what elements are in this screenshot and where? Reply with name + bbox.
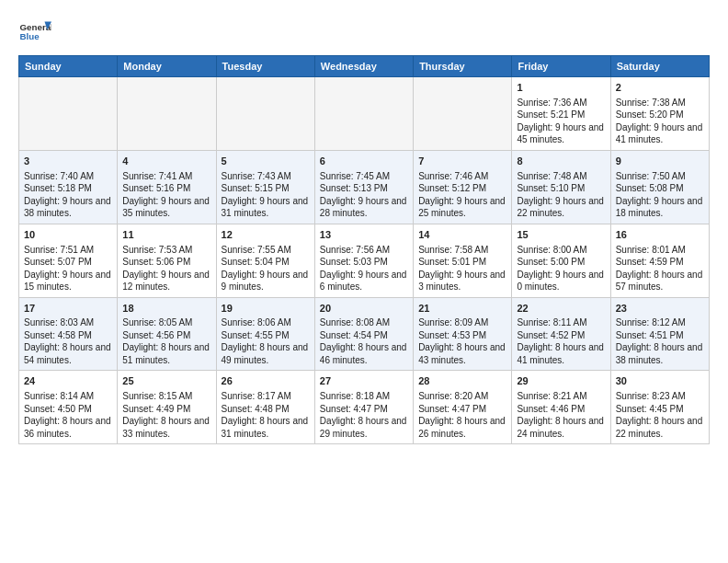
day-number: 8 xyxy=(517,155,605,168)
calendar-cell: 26Sunrise: 8:17 AMSunset: 4:48 PMDayligh… xyxy=(216,371,314,444)
day-info-line: Sunset: 4:53 PM xyxy=(418,329,506,342)
day-info-line: Sunset: 5:16 PM xyxy=(122,182,210,195)
calendar-cell: 23Sunrise: 8:12 AMSunset: 4:51 PMDayligh… xyxy=(610,297,709,371)
calendar-cell: 5Sunrise: 7:43 AMSunset: 5:15 PMDaylight… xyxy=(216,150,314,224)
day-info-line: Daylight: 8 hours and 51 minutes. xyxy=(122,341,210,366)
weekday-header-wednesday: Wednesday xyxy=(314,56,413,77)
day-info-line: Sunset: 4:50 PM xyxy=(24,403,112,416)
day-info-line: Sunrise: 7:40 AM xyxy=(24,170,112,183)
day-info-line: Sunset: 5:13 PM xyxy=(320,182,408,195)
day-info-line: Daylight: 9 hours and 18 minutes. xyxy=(616,195,704,220)
day-info-line: Sunrise: 8:03 AM xyxy=(24,316,112,329)
day-number: 5 xyxy=(222,155,310,168)
day-number: 11 xyxy=(122,228,210,242)
day-info-line: Sunset: 5:07 PM xyxy=(24,256,112,269)
calendar-cell: 1Sunrise: 7:36 AMSunset: 5:21 PMDaylight… xyxy=(512,77,610,151)
calendar-cell: 25Sunrise: 8:15 AMSunset: 4:49 PMDayligh… xyxy=(118,371,216,444)
day-info-line: Daylight: 9 hours and 31 minutes. xyxy=(222,195,310,220)
day-info-line: Sunrise: 7:58 AM xyxy=(418,244,506,257)
day-info-line: Daylight: 9 hours and 6 minutes. xyxy=(320,269,408,293)
day-number: 17 xyxy=(24,302,112,316)
day-info-line: Sunset: 4:46 PM xyxy=(517,403,605,416)
calendar-cell: 16Sunrise: 8:01 AMSunset: 4:59 PMDayligh… xyxy=(610,224,709,297)
day-info-line: Sunset: 4:47 PM xyxy=(418,403,506,416)
day-info-line: Sunrise: 8:08 AM xyxy=(320,316,408,329)
day-info-line: Sunrise: 7:41 AM xyxy=(122,170,210,183)
day-info-line: Sunset: 4:48 PM xyxy=(222,403,310,416)
calendar-cell xyxy=(314,77,413,151)
day-info-line: Daylight: 8 hours and 46 minutes. xyxy=(320,341,408,366)
calendar-cell: 20Sunrise: 8:08 AMSunset: 4:54 PMDayligh… xyxy=(314,297,413,371)
day-number: 9 xyxy=(616,155,704,168)
calendar-cell: 17Sunrise: 8:03 AMSunset: 4:58 PMDayligh… xyxy=(19,297,118,371)
day-info-line: Sunset: 4:55 PM xyxy=(222,329,310,342)
day-info-line: Sunrise: 7:50 AM xyxy=(616,170,704,183)
day-info-line: Sunrise: 8:00 AM xyxy=(517,244,605,257)
day-info-line: Daylight: 8 hours and 41 minutes. xyxy=(517,341,605,366)
calendar-cell: 15Sunrise: 8:00 AMSunset: 5:00 PMDayligh… xyxy=(512,224,610,297)
calendar-cell: 27Sunrise: 8:18 AMSunset: 4:47 PMDayligh… xyxy=(314,371,413,444)
logo: General Blue xyxy=(18,15,51,48)
day-info-line: Daylight: 8 hours and 54 minutes. xyxy=(24,341,112,366)
day-info-line: Sunrise: 8:14 AM xyxy=(24,390,112,403)
page: General Blue SundayMondayTuesdayWednesda… xyxy=(0,0,728,459)
weekday-header-tuesday: Tuesday xyxy=(216,56,314,77)
day-info-line: Sunrise: 7:36 AM xyxy=(517,97,605,109)
day-info-line: Sunrise: 7:38 AM xyxy=(616,97,704,109)
calendar-cell: 4Sunrise: 7:41 AMSunset: 5:16 PMDaylight… xyxy=(118,150,216,224)
day-info-line: Sunset: 5:21 PM xyxy=(517,109,605,121)
weekday-header-friday: Friday xyxy=(512,56,610,77)
calendar-cell xyxy=(414,77,512,151)
day-number: 15 xyxy=(517,228,605,242)
day-info-line: Daylight: 8 hours and 24 minutes. xyxy=(517,415,605,440)
day-info-line: Daylight: 9 hours and 35 minutes. xyxy=(122,195,210,220)
day-number: 21 xyxy=(418,302,506,316)
day-info-line: Sunrise: 8:11 AM xyxy=(517,316,605,329)
day-info-line: Daylight: 9 hours and 38 minutes. xyxy=(24,195,112,220)
day-info-line: Daylight: 9 hours and 3 minutes. xyxy=(418,269,506,293)
calendar-cell xyxy=(216,77,314,151)
calendar-cell: 6Sunrise: 7:45 AMSunset: 5:13 PMDaylight… xyxy=(314,150,413,224)
header: General Blue xyxy=(18,15,710,48)
calendar-table: SundayMondayTuesdayWednesdayThursdayFrid… xyxy=(18,55,710,444)
day-info-line: Sunset: 4:51 PM xyxy=(616,329,704,342)
day-info-line: Sunrise: 8:20 AM xyxy=(418,390,506,403)
day-info-line: Sunrise: 8:18 AM xyxy=(320,390,408,403)
day-info-line: Sunrise: 8:01 AM xyxy=(616,244,704,257)
day-info-line: Daylight: 9 hours and 9 minutes. xyxy=(222,269,310,293)
day-info-line: Sunset: 5:01 PM xyxy=(418,256,506,269)
day-number: 12 xyxy=(222,228,310,242)
calendar-cell: 14Sunrise: 7:58 AMSunset: 5:01 PMDayligh… xyxy=(414,224,512,297)
day-info-line: Sunset: 5:18 PM xyxy=(24,182,112,195)
calendar-cell: 29Sunrise: 8:21 AMSunset: 4:46 PMDayligh… xyxy=(512,371,610,444)
day-info-line: Sunset: 5:03 PM xyxy=(320,256,408,269)
day-info-line: Sunrise: 7:45 AM xyxy=(320,170,408,183)
calendar-row-2: 10Sunrise: 7:51 AMSunset: 5:07 PMDayligh… xyxy=(19,224,710,297)
day-info-line: Daylight: 8 hours and 38 minutes. xyxy=(616,341,704,366)
day-info-line: Daylight: 9 hours and 22 minutes. xyxy=(517,195,605,220)
calendar-cell: 18Sunrise: 8:05 AMSunset: 4:56 PMDayligh… xyxy=(118,297,216,371)
calendar-cell: 30Sunrise: 8:23 AMSunset: 4:45 PMDayligh… xyxy=(610,371,709,444)
day-info-line: Daylight: 8 hours and 22 minutes. xyxy=(616,415,704,440)
calendar-cell: 12Sunrise: 7:55 AMSunset: 5:04 PMDayligh… xyxy=(216,224,314,297)
calendar-row-1: 3Sunrise: 7:40 AMSunset: 5:18 PMDaylight… xyxy=(19,150,710,224)
day-info-line: Daylight: 9 hours and 15 minutes. xyxy=(24,269,112,293)
day-info-line: Daylight: 8 hours and 29 minutes. xyxy=(320,415,408,440)
calendar-cell: 28Sunrise: 8:20 AMSunset: 4:47 PMDayligh… xyxy=(414,371,512,444)
day-info-line: Sunrise: 8:06 AM xyxy=(222,316,310,329)
day-number: 19 xyxy=(222,302,310,316)
day-info-line: Sunrise: 8:17 AM xyxy=(222,390,310,403)
day-number: 26 xyxy=(222,374,310,388)
weekday-header-sunday: Sunday xyxy=(19,56,118,77)
day-info-line: Sunset: 4:45 PM xyxy=(616,403,704,416)
day-info-line: Sunset: 5:10 PM xyxy=(517,182,605,195)
calendar-cell: 21Sunrise: 8:09 AMSunset: 4:53 PMDayligh… xyxy=(414,297,512,371)
day-number: 22 xyxy=(517,302,605,316)
calendar-cell: 3Sunrise: 7:40 AMSunset: 5:18 PMDaylight… xyxy=(19,150,118,224)
day-number: 18 xyxy=(122,302,210,316)
calendar-cell: 9Sunrise: 7:50 AMSunset: 5:08 PMDaylight… xyxy=(610,150,709,224)
day-info-line: Daylight: 8 hours and 49 minutes. xyxy=(222,341,310,366)
day-info-line: Sunset: 5:06 PM xyxy=(122,256,210,269)
day-info-line: Daylight: 9 hours and 0 minutes. xyxy=(517,269,605,293)
calendar-row-4: 24Sunrise: 8:14 AMSunset: 4:50 PMDayligh… xyxy=(19,371,710,444)
